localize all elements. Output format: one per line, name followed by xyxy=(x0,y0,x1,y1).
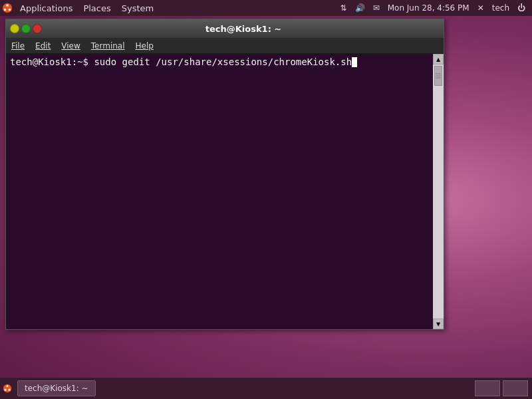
cursor xyxy=(352,57,357,67)
grip-line-1 xyxy=(436,74,441,74)
titlebar-buttons xyxy=(10,24,42,33)
network-icon[interactable]: ⇅ xyxy=(338,0,350,16)
places-menu[interactable]: Places xyxy=(78,0,116,16)
bottom-panel: tech@Kiosk1: ~ xyxy=(0,378,532,399)
svg-point-7 xyxy=(4,389,6,391)
terminal-content[interactable]: tech@Kiosk1:~$ sudo gedit /usr/share/xse… xyxy=(6,54,444,329)
prompt-text: tech@Kiosk1:~$ sudo gedit /usr/share/xse… xyxy=(10,57,352,67)
volume-icon[interactable]: 🔊 xyxy=(352,0,368,16)
maximize-button[interactable] xyxy=(21,24,31,33)
prompt-line: tech@Kiosk1:~$ sudo gedit /usr/share/xse… xyxy=(10,57,429,67)
email-icon[interactable]: ✉ xyxy=(370,0,382,16)
file-menu[interactable]: File xyxy=(6,38,30,54)
terminal-output[interactable]: tech@Kiosk1:~$ sudo gedit /usr/share/xse… xyxy=(6,54,433,329)
panel-menu-items: Applications Places System xyxy=(15,0,159,16)
terminal-menu[interactable]: Terminal xyxy=(86,38,130,54)
taskbar-ubuntu-icon[interactable] xyxy=(0,378,15,399)
terminal-scrollbar[interactable]: ▲ ▼ xyxy=(433,54,444,329)
minimize-button[interactable] xyxy=(10,24,19,33)
window-title: tech@Kiosk1: ~ xyxy=(47,24,440,34)
svg-point-5 xyxy=(6,385,8,387)
terminal-window: tech@Kiosk1: ~ File Edit View Terminal H… xyxy=(5,19,444,330)
svg-point-6 xyxy=(8,389,10,391)
system-menu[interactable]: System xyxy=(116,0,159,16)
user-icon[interactable]: ✕ xyxy=(475,0,487,16)
scrollbar-track[interactable] xyxy=(433,65,444,319)
svg-point-2 xyxy=(9,9,11,11)
taskbar-terminal-button[interactable]: tech@Kiosk1: ~ xyxy=(17,380,96,396)
edit-menu[interactable]: Edit xyxy=(30,38,56,54)
view-menu[interactable]: View xyxy=(56,38,85,54)
power-icon[interactable]: ⏻ xyxy=(515,0,528,16)
help-menu[interactable]: Help xyxy=(130,38,159,54)
grip-line-2 xyxy=(436,76,441,76)
taskbar-right-box-1 xyxy=(475,380,500,396)
ubuntu-icon[interactable] xyxy=(0,0,15,16)
username-label[interactable]: tech xyxy=(489,0,512,16)
datetime-display[interactable]: Mon Jun 28, 4:56 PM xyxy=(385,0,472,16)
terminal-titlebar: tech@Kiosk1: ~ xyxy=(6,19,444,38)
applications-menu[interactable]: Applications xyxy=(15,0,78,16)
close-button[interactable] xyxy=(33,24,42,33)
svg-point-1 xyxy=(6,4,9,7)
terminal-menubar: File Edit View Terminal Help xyxy=(6,38,444,54)
scrollbar-up-button[interactable]: ▲ xyxy=(433,54,444,65)
scrollbar-thumb[interactable] xyxy=(434,66,442,86)
panel-right: ⇅ 🔊 ✉ Mon Jun 28, 4:56 PM ✕ tech ⏻ xyxy=(338,0,532,16)
grip-line-3 xyxy=(436,78,441,78)
top-panel: Applications Places System ⇅ 🔊 ✉ Mon Jun… xyxy=(0,0,532,16)
svg-point-3 xyxy=(4,9,7,11)
taskbar-right-box-2 xyxy=(503,380,528,396)
scrollbar-down-button[interactable]: ▼ xyxy=(433,319,444,329)
scrollbar-grip xyxy=(436,74,441,78)
